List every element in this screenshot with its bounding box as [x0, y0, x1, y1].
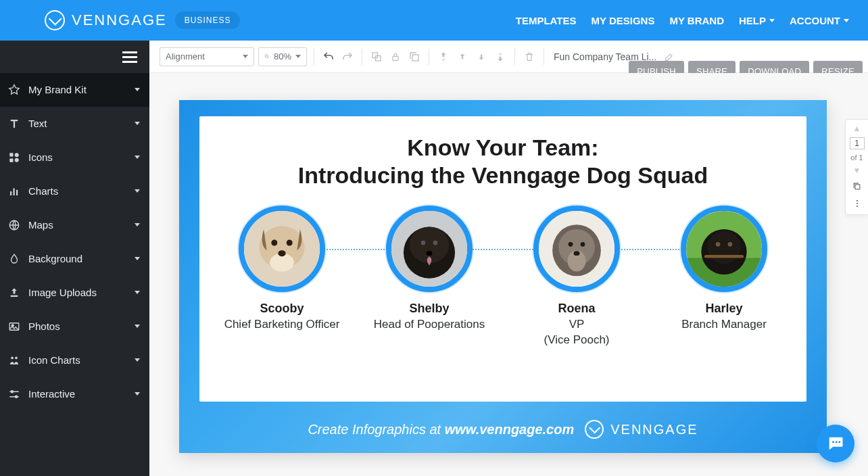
member-name: Harley	[705, 302, 742, 316]
svg-point-25	[278, 250, 285, 256]
avatar	[239, 206, 325, 292]
nav-templates[interactable]: TEMPLATES	[516, 15, 577, 26]
group-button[interactable]	[369, 49, 384, 64]
svg-point-12	[15, 356, 18, 359]
nav-label: MY BRAND	[669, 15, 724, 26]
sidebar-item-mybrandkit[interactable]: My Brand Kit	[0, 73, 149, 107]
sidebar-item-icons[interactable]: Icons	[0, 141, 149, 174]
svg-rect-46	[855, 185, 860, 189]
team-member[interactable]: Harley Branch Manager	[656, 206, 792, 348]
chat-support-button[interactable]	[817, 425, 854, 462]
avatar	[533, 206, 620, 292]
sidebar-item-maps[interactable]: Maps	[0, 208, 149, 242]
nav-label: TEMPLATES	[516, 15, 577, 26]
app-header: VENNGAGE BUSINESS TEMPLATES MY DESIGNS M…	[0, 0, 868, 41]
left-sidebar: My Brand Kit Text Icons Charts Maps Back…	[0, 41, 149, 476]
sidebar-item-background[interactable]: Background	[0, 242, 149, 276]
undo-button[interactable]	[321, 49, 336, 64]
page-total: of 1	[850, 153, 863, 162]
svg-point-29	[421, 240, 426, 245]
delete-button[interactable]	[522, 49, 537, 64]
svg-point-3	[15, 158, 19, 162]
separator	[544, 49, 544, 65]
svg-point-48	[856, 203, 857, 204]
footer-brand: VENNGAGE	[610, 422, 698, 437]
separator	[314, 49, 314, 65]
svg-point-31	[427, 251, 433, 256]
member-name: Roena	[558, 302, 595, 316]
sidebar-item-photos[interactable]: Photos	[0, 310, 149, 343]
design-canvas[interactable]: Know Your Team: Introducing the Venngage…	[179, 100, 827, 453]
team-member[interactable]: Shelby Head of Pooperations	[362, 206, 497, 348]
svg-rect-2	[9, 158, 13, 162]
nav-label: MY DESIGNS	[592, 15, 655, 26]
sidebar-item-imageuploads[interactable]: Image Uploads	[0, 276, 149, 310]
separator	[429, 49, 429, 65]
page-down-button[interactable]: ▼	[853, 166, 861, 175]
current-page-input[interactable]: 1	[850, 137, 865, 149]
footer-text[interactable]: Create Infographics at www.venngage.com	[308, 422, 574, 437]
footer-pre: Create Infographics at	[308, 422, 444, 437]
upload-icon	[7, 285, 22, 300]
svg-point-44	[728, 242, 733, 247]
team-member[interactable]: Scooby Chief Barketing Officer	[214, 206, 349, 348]
sidebar-item-label: Interactive	[28, 388, 135, 400]
svg-point-23	[271, 239, 277, 245]
svg-point-15	[265, 55, 268, 57]
svg-point-30	[433, 240, 438, 245]
team-member[interactable]: Roena VP(Vice Pooch)	[509, 206, 644, 348]
sidebar-item-iconcharts[interactable]: Icon Charts	[0, 343, 149, 377]
bring-forward-button[interactable]	[455, 49, 470, 64]
dropdown-label: Alignment	[166, 51, 205, 62]
svg-rect-18	[393, 56, 398, 60]
copy-page-button[interactable]	[850, 179, 864, 193]
sidebar-item-label: Background	[28, 253, 135, 264]
svg-point-1	[15, 153, 19, 157]
svg-point-14	[16, 396, 18, 398]
chevron-down-icon	[135, 392, 140, 396]
send-back-button[interactable]	[493, 49, 508, 64]
canvas-area: Know Your Team: Introducing the Venngage…	[149, 73, 868, 476]
lock-button[interactable]	[388, 49, 403, 64]
content-card: Know Your Team: Introducing the Venngage…	[199, 116, 806, 402]
sidebar-item-text[interactable]: Text	[0, 107, 149, 141]
presentation-title[interactable]: Know Your Team: Introducing the Venngage…	[298, 134, 708, 189]
nav-account[interactable]: ACCOUNT	[790, 15, 849, 26]
nav-mydesigns[interactable]: MY DESIGNS	[592, 15, 655, 26]
zoom-value: 80%	[274, 51, 291, 62]
brand-logo[interactable]: VENNGAGE	[45, 10, 167, 30]
member-title: Branch Manager	[681, 317, 767, 333]
nav-mybrand[interactable]: MY BRAND	[669, 15, 724, 26]
footer-logo[interactable]: VENNGAGE	[585, 420, 698, 439]
member-title: VP(Vice Pooch)	[544, 317, 609, 348]
svg-rect-5	[14, 188, 15, 195]
sidebar-item-interactive[interactable]: Interactive	[0, 377, 149, 411]
svg-point-42	[707, 231, 740, 264]
separator	[362, 49, 362, 65]
copy-button[interactable]	[407, 49, 422, 64]
svg-point-36	[569, 242, 573, 247]
nav-help[interactable]: HELP	[739, 15, 775, 26]
alignment-dropdown[interactable]: Alignment	[160, 47, 254, 66]
member-title: Head of Pooperations	[374, 317, 485, 333]
svg-point-52	[838, 441, 840, 443]
main-nav: TEMPLATES MY DESIGNS MY BRAND HELP ACCOU…	[516, 15, 849, 26]
chevron-down-icon	[135, 358, 140, 362]
avatar	[386, 206, 473, 292]
sidebar-toggle[interactable]	[0, 41, 149, 73]
hamburger-icon	[122, 56, 137, 58]
page-up-button[interactable]: ▲	[853, 124, 861, 133]
send-backward-button[interactable]	[474, 49, 489, 64]
team-row: Scooby Chief Barketing Officer Shelby He…	[199, 206, 806, 348]
sidebar-item-label: My Brand Kit	[28, 84, 135, 95]
svg-rect-8	[11, 295, 18, 296]
sidebar-item-charts[interactable]: Charts	[0, 174, 149, 208]
svg-point-24	[287, 239, 293, 245]
bring-front-button[interactable]	[436, 49, 451, 64]
more-options-button[interactable]	[850, 197, 864, 210]
redo-button[interactable]	[340, 49, 355, 64]
separator	[514, 49, 515, 65]
sliders-icon	[7, 387, 22, 402]
svg-point-37	[581, 242, 585, 247]
zoom-dropdown[interactable]: 80%	[258, 47, 307, 66]
